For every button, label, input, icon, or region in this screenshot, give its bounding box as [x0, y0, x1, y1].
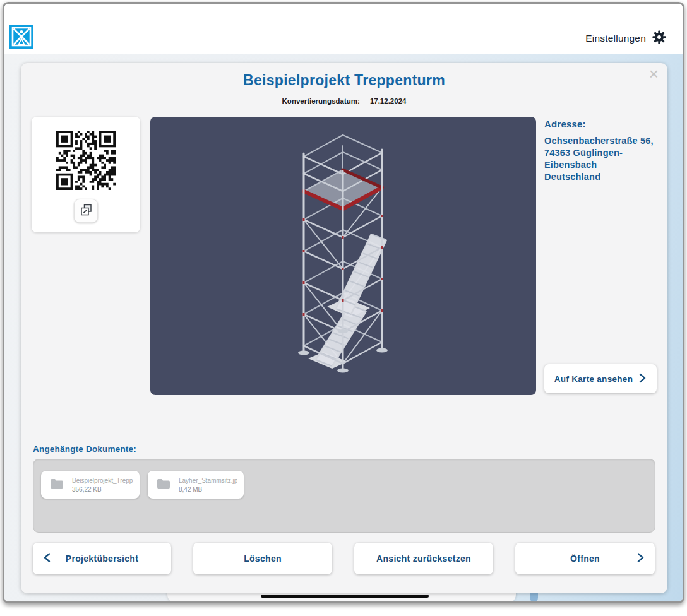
- open-button[interactable]: Öffnen: [515, 543, 655, 574]
- gear-icon: [652, 30, 666, 47]
- settings-button[interactable]: Einstellungen: [585, 30, 666, 47]
- document-name: Layher_Stammsitz.jpg: [179, 477, 237, 484]
- address-line: Deutschland: [544, 171, 666, 183]
- view-on-map-button[interactable]: Auf Karte ansehen: [544, 364, 657, 393]
- layher-logo-icon[interactable]: [9, 25, 33, 49]
- map-button-label: Auf Karte ansehen: [554, 374, 633, 384]
- qr-card: [32, 117, 140, 232]
- copy-qr-button[interactable]: [74, 199, 98, 223]
- chevron-left-icon: [43, 553, 51, 565]
- document-name: Beispielprojekt_Treppe: [72, 477, 133, 484]
- chevron-right-icon: [638, 373, 647, 385]
- address-label: Adresse:: [544, 119, 666, 129]
- home-indicator[interactable]: [261, 595, 429, 598]
- reset-view-label: Ansicht zurücksetzen: [376, 554, 471, 564]
- document-size: 356,22 KB: [72, 486, 133, 493]
- address-line: Eibensbach: [544, 159, 666, 171]
- document-chip[interactable]: Layher_Stammsitz.jpg 8,42 MB: [148, 471, 244, 499]
- documents-panel: Beispielprojekt_Treppe 356,22 KB Layher_…: [33, 459, 655, 533]
- copy-link-icon: [80, 203, 93, 219]
- delete-label: Löschen: [244, 554, 282, 564]
- address-line: 74363 Güglingen-: [544, 147, 666, 159]
- folder-icon: [50, 478, 64, 492]
- project-title: Beispielprojekt Treppenturm: [21, 72, 667, 89]
- conversion-date-value: 17.12.2024: [370, 97, 407, 105]
- attached-documents-label: Angehängte Dokumente:: [33, 444, 136, 454]
- delete-button[interactable]: Löschen: [193, 543, 332, 574]
- scaffold-tower-render: [150, 117, 536, 395]
- open-label: Öffnen: [570, 554, 600, 564]
- project-overview-button[interactable]: Projektübersicht: [33, 543, 171, 574]
- settings-label: Einstellungen: [585, 33, 646, 44]
- reset-view-button[interactable]: Ansicht zurücksetzen: [354, 543, 493, 574]
- document-chip[interactable]: Beispielprojekt_Treppe 356,22 KB: [41, 471, 140, 499]
- address-block: Adresse: Ochsenbacherstraße 56, 74363 Gü…: [544, 119, 666, 183]
- qr-code: [56, 131, 116, 190]
- chevron-right-icon: [636, 553, 645, 565]
- project-overview-label: Projektübersicht: [66, 554, 138, 564]
- conversion-date-label: Konvertierungsdatum:: [282, 97, 360, 105]
- model-viewer[interactable]: [150, 117, 536, 395]
- app-window: Einstellungen: [3, 2, 684, 603]
- folder-icon: [157, 478, 170, 492]
- document-size: 8,42 MB: [179, 486, 237, 493]
- project-detail-modal: × Beispielprojekt Treppenturm Konvertier…: [21, 63, 667, 593]
- header-bar: Einstellungen: [4, 4, 683, 54]
- address-line: Ochsenbacherstraße 56,: [544, 135, 666, 147]
- conversion-date-row: Konvertierungsdatum:17.12.2024: [21, 97, 667, 105]
